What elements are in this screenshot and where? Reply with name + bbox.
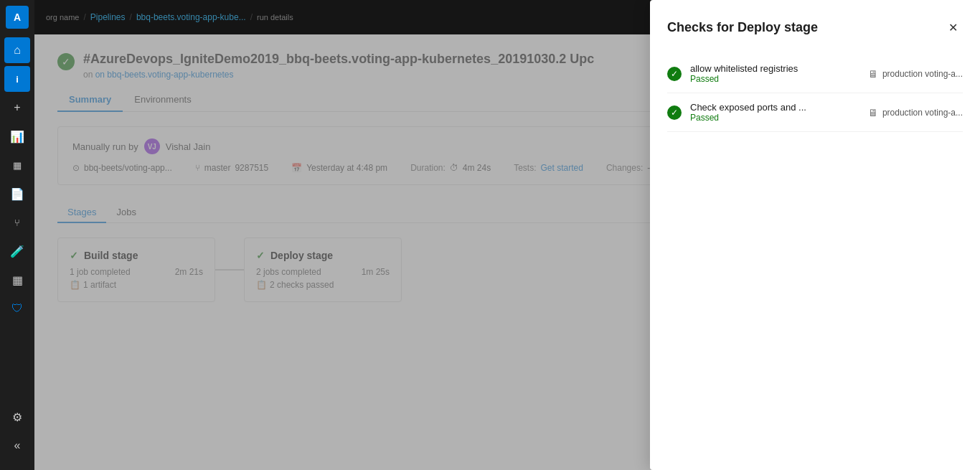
sidebar-icon-expand[interactable]: « (4, 433, 30, 459)
sidebar-icon-user[interactable]: i (4, 66, 30, 92)
check-2-resource: 🖥 production voting-a... (868, 107, 963, 118)
check-2-resource-name: production voting-a... (882, 108, 963, 118)
settings-icon: ⚙ (12, 410, 22, 424)
check-2-icon-wrap: ✓ (667, 105, 682, 120)
expand-icon: « (14, 439, 21, 452)
checks-modal: Checks for Deploy stage ✕ ✓ allow whitel… (650, 0, 980, 470)
check-2-name: Check exposed ports and ... (690, 102, 859, 113)
sidebar-icon-settings[interactable]: ⚙ (4, 404, 30, 430)
main-area: org name / Pipelines / bbq-beets.voting-… (34, 0, 980, 470)
sidebar-icon-branch[interactable]: ⑂ (4, 210, 30, 235)
check-1-icon-wrap: ✓ (667, 67, 682, 81)
check-1-resource: 🖥 production voting-a... (868, 68, 963, 80)
close-icon: ✕ (948, 21, 958, 34)
check-2-success-icon: ✓ (667, 105, 682, 120)
sidebar-icon-file[interactable]: 📄 (4, 181, 30, 207)
logo-text: A (14, 11, 21, 23)
plus-icon: + (14, 101, 20, 114)
check-1-info: allow whitelisted registries Passed (690, 63, 859, 84)
sidebar-icon-layers[interactable]: ▦ (4, 267, 30, 293)
chart-icon: 📊 (10, 130, 24, 144)
branch-icon: ⑂ (14, 217, 20, 228)
grid-icon: ▦ (13, 160, 22, 171)
file-icon: 📄 (10, 187, 24, 201)
sidebar-icon-beaker[interactable]: 🧪 (4, 238, 30, 264)
check-1-resource-icon: 🖥 (868, 68, 878, 80)
check-1-success-icon: ✓ (667, 67, 682, 81)
check-2-info: Check exposed ports and ... Passed (690, 102, 859, 123)
check-2-status: Passed (690, 113, 859, 123)
sidebar-logo[interactable]: A (6, 6, 29, 29)
sidebar-icon-grid[interactable]: ▦ (4, 152, 30, 178)
sidebar-icon-shield[interactable]: 🛡 (4, 296, 30, 321)
modal-close-button[interactable]: ✕ (943, 17, 963, 37)
user-icon: i (16, 74, 19, 85)
check-1-resource-name: production voting-a... (882, 69, 963, 79)
modal-header: Checks for Deploy stage ✕ (667, 17, 963, 37)
sidebar-icon-plus[interactable]: + (4, 95, 30, 121)
check-item-1: ✓ allow whitelisted registries Passed 🖥 … (667, 55, 963, 93)
beaker-icon: 🧪 (10, 245, 24, 258)
check-1-name: allow whitelisted registries (690, 63, 859, 74)
home-icon: ⌂ (14, 44, 21, 57)
sidebar-icon-home[interactable]: ⌂ (4, 37, 30, 63)
layers-icon: ▦ (12, 273, 23, 287)
check-1-status: Passed (690, 74, 859, 84)
sidebar-icon-chart[interactable]: 📊 (4, 123, 30, 149)
check-item-2: ✓ Check exposed ports and ... Passed 🖥 p… (667, 93, 963, 132)
sidebar: A ⌂ i + 📊 ▦ 📄 ⑂ 🧪 ▦ 🛡 (0, 0, 34, 470)
check-2-resource-icon: 🖥 (868, 107, 878, 118)
shield-icon: 🛡 (11, 302, 23, 315)
modal-title: Checks for Deploy stage (667, 20, 818, 35)
